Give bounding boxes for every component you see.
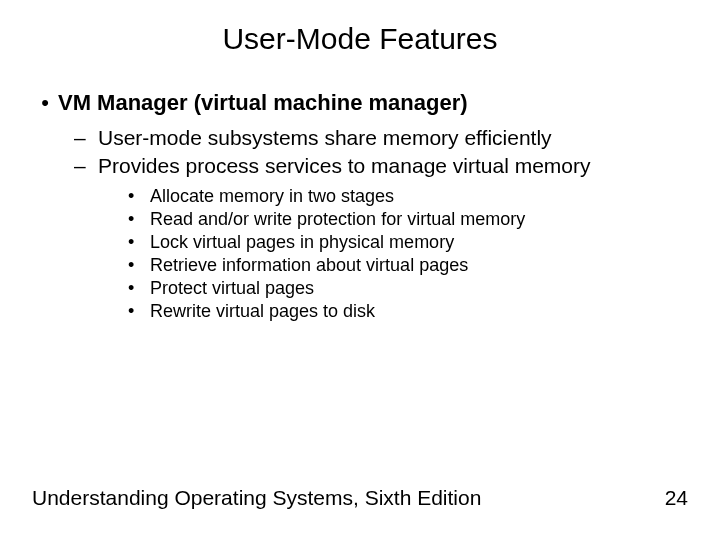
footer-source: Understanding Operating Systems, Sixth E… xyxy=(32,486,481,510)
point-text: Read and/or write protection for virtual… xyxy=(150,209,525,230)
bullet-dot-icon: • xyxy=(128,301,150,322)
point-text: Protect virtual pages xyxy=(150,278,314,299)
bullet-level3: • Lock virtual pages in physical memory xyxy=(128,232,700,253)
bullet-dot-icon: • xyxy=(128,232,150,253)
bullet-dot-icon: • xyxy=(128,278,150,299)
bullet-dot-icon: • xyxy=(32,90,58,116)
bullet-level2: – User-mode subsystems share memory effi… xyxy=(74,126,700,150)
sub-b-text: Provides process services to manage virt… xyxy=(98,154,591,178)
slide-footer: Understanding Operating Systems, Sixth E… xyxy=(32,486,688,510)
slide-content: •VM Manager (virtual machine manager) – … xyxy=(0,66,720,322)
dash-icon: – xyxy=(74,154,98,178)
slide: User-Mode Features •VM Manager (virtual … xyxy=(0,0,720,540)
bullet-level3: • Read and/or write protection for virtu… xyxy=(128,209,700,230)
bullet-level3: • Rewrite virtual pages to disk xyxy=(128,301,700,322)
point-text: Retrieve information about virtual pages xyxy=(150,255,468,276)
slide-title: User-Mode Features xyxy=(0,0,720,66)
sub-a-text: User-mode subsystems share memory effici… xyxy=(98,126,552,150)
bullet-level3-group: • Allocate memory in two stages • Read a… xyxy=(128,186,700,322)
bullet-dot-icon: • xyxy=(128,209,150,230)
bullet-level3: • Retrieve information about virtual pag… xyxy=(128,255,700,276)
footer-page-number: 24 xyxy=(665,486,688,510)
bullet-dot-icon: • xyxy=(128,255,150,276)
bullet-level3: • Protect virtual pages xyxy=(128,278,700,299)
dash-icon: – xyxy=(74,126,98,150)
point-text: Allocate memory in two stages xyxy=(150,186,394,207)
point-text: Rewrite virtual pages to disk xyxy=(150,301,375,322)
bullet-level2: – Provides process services to manage vi… xyxy=(74,154,700,178)
point-text: Lock virtual pages in physical memory xyxy=(150,232,454,253)
heading-text: VM Manager (virtual machine manager) xyxy=(58,90,468,115)
bullet-dot-icon: • xyxy=(128,186,150,207)
bullet-level1: •VM Manager (virtual machine manager) xyxy=(32,90,700,116)
bullet-level3: • Allocate memory in two stages xyxy=(128,186,700,207)
